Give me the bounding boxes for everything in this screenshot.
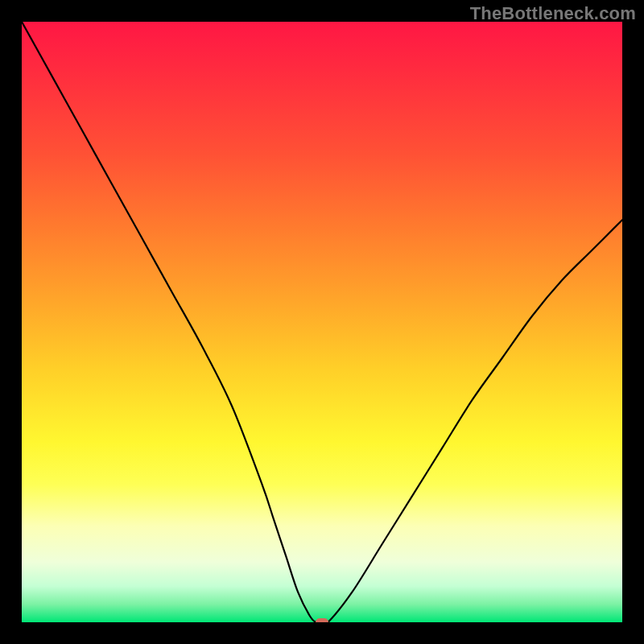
bottleneck-curve bbox=[22, 22, 622, 622]
watermark-text: TheBottleneck.com bbox=[470, 3, 636, 24]
plot-area bbox=[22, 22, 622, 622]
optimal-point-marker bbox=[316, 618, 328, 622]
chart-frame: TheBottleneck.com bbox=[0, 0, 644, 644]
